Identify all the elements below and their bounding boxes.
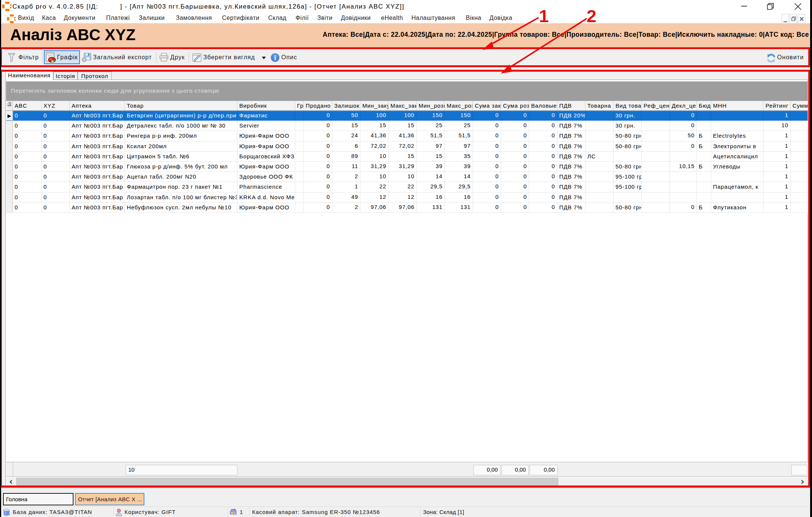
svg-text:2: 2 xyxy=(587,6,596,26)
svg-text:1: 1 xyxy=(539,6,549,26)
svg-text:i: i xyxy=(274,54,276,62)
